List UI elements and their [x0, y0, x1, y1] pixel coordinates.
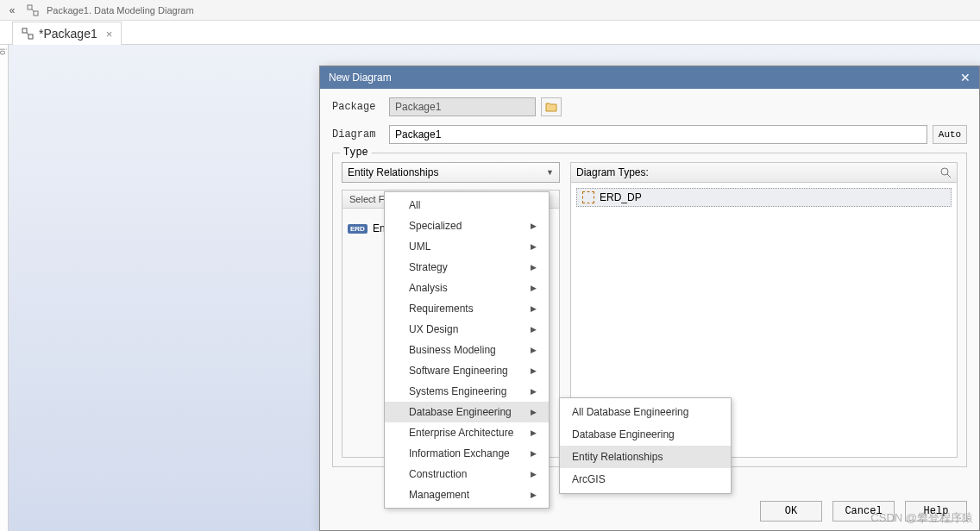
diagram-icon[interactable] [26, 3, 40, 17]
chevron-right-icon: ▶ [531, 325, 537, 334]
dialog-titlebar[interactable]: New Diagram ✕ [320, 66, 979, 89]
tab-bar: *Package1 × [0, 21, 980, 45]
submenu-item-arcgis[interactable]: ArcGIS [560, 468, 731, 490]
package-label: Package [332, 101, 384, 113]
menu-item-strategy[interactable]: Strategy▶ [385, 257, 549, 278]
diagram-label: Diagram [332, 128, 384, 141]
browse-package-button[interactable] [541, 97, 562, 116]
chevron-right-icon: ▶ [531, 490, 537, 499]
svg-line-5 [27, 33, 28, 34]
menu-item-uxdesign[interactable]: UX Design▶ [385, 319, 549, 340]
tab-title: *Package1 [39, 27, 97, 41]
diagram-types-label: Diagram Types: [576, 166, 649, 178]
chevron-right-icon: ▶ [531, 346, 537, 354]
menu-item-enterprise-architecture[interactable]: Enterprise Architecture▶ [385, 422, 549, 443]
svg-rect-3 [22, 28, 27, 33]
collapse-icon[interactable]: « [5, 3, 19, 17]
chevron-right-icon: ▶ [531, 242, 537, 251]
tab-package1[interactable]: *Package1 × [12, 22, 122, 45]
search-icon[interactable] [940, 167, 952, 178]
database-engineering-submenu: All Database Engineering Database Engine… [559, 397, 732, 494]
submenu-item-all-db[interactable]: All Database Engineering [560, 401, 731, 423]
svg-rect-1 [34, 11, 38, 16]
chevron-right-icon: ▶ [531, 428, 537, 437]
submenu-item-db-engineering[interactable]: Database Engineering [560, 423, 731, 446]
diagram-types-header: Diagram Types: [570, 162, 958, 182]
chevron-right-icon: ▶ [531, 304, 537, 313]
tab-diagram-icon [22, 28, 34, 40]
close-icon[interactable]: × [106, 28, 113, 41]
cancel-button[interactable]: Cancel [832, 501, 895, 522]
menu-item-management[interactable]: Management▶ [385, 484, 549, 505]
chevron-right-icon: ▶ [531, 408, 537, 416]
chevron-right-icon: ▶ [531, 366, 537, 375]
dialog-buttons: OK Cancel Help [760, 501, 967, 522]
erd-icon: ERD [348, 224, 368, 234]
menu-item-analysis[interactable]: Analysis▶ [385, 278, 549, 298]
svg-line-7 [947, 174, 951, 178]
chevron-right-icon: ▶ [531, 263, 537, 272]
chevron-right-icon: ▶ [531, 387, 537, 396]
menu-item-software-engineering[interactable]: Software Engineering▶ [385, 360, 549, 381]
diagram-type-label: ERD_DP [600, 191, 642, 203]
dialog-title: New Diagram [329, 72, 392, 84]
menu-item-all[interactable]: All [385, 195, 549, 216]
type-category-menu: All Specialized▶ UML▶ Strategy▶ Analysis… [384, 191, 550, 509]
breadcrumb: Package1. Data Modeling Diagram [47, 5, 194, 16]
type-legend: Type [340, 147, 372, 159]
menu-item-database-engineering[interactable]: Database Engineering▶ [385, 402, 549, 422]
svg-line-2 [32, 9, 34, 11]
folder-icon [545, 102, 557, 112]
dialog-close-icon[interactable]: ✕ [960, 71, 971, 84]
diagram-type-icon [582, 191, 594, 203]
svg-point-6 [941, 168, 948, 175]
submenu-item-entity-relationships[interactable]: Entity Relationships [560, 446, 731, 468]
chevron-right-icon: ▶ [531, 470, 537, 478]
package-input [389, 97, 536, 116]
svg-rect-0 [28, 5, 32, 9]
type-dropdown-value: Entity Relationships [348, 166, 438, 178]
chevron-right-icon: ▶ [531, 449, 537, 458]
menu-item-specialized[interactable]: Specialized▶ [385, 216, 549, 236]
svg-rect-4 [28, 34, 33, 39]
type-dropdown[interactable]: Entity Relationships ▼ [342, 162, 560, 183]
chevron-down-icon: ▼ [546, 168, 554, 177]
top-toolbar: « Package1. Data Modeling Diagram [0, 0, 980, 21]
menu-item-systems-engineering[interactable]: Systems Engineering▶ [385, 381, 549, 402]
menu-item-information-exchange[interactable]: Information Exchange▶ [385, 443, 549, 464]
chevron-right-icon: ▶ [531, 284, 537, 292]
menu-item-business-modeling[interactable]: Business Modeling▶ [385, 340, 549, 360]
ok-button[interactable]: OK [760, 501, 822, 522]
chevron-right-icon: ▶ [531, 222, 537, 230]
diagram-type-item[interactable]: ERD_DP [576, 188, 952, 207]
menu-item-construction[interactable]: Construction▶ [385, 464, 549, 484]
menu-item-requirements[interactable]: Requirements▶ [385, 298, 549, 319]
diagram-name-input[interactable] [389, 125, 927, 144]
help-button[interactable]: Help [905, 501, 967, 522]
menu-item-uml[interactable]: UML▶ [385, 236, 549, 257]
auto-button[interactable]: Auto [933, 125, 967, 144]
left-panel-strip[interactable]: io [0, 45, 9, 531]
